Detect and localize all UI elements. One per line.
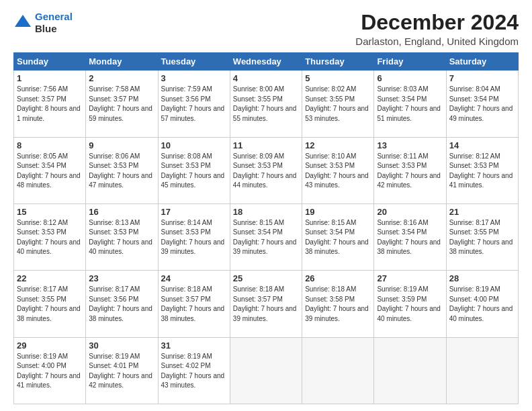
day-cell	[374, 337, 446, 404]
day-number: 24	[161, 273, 227, 283]
day-number: 5	[305, 73, 371, 83]
day-info: Sunrise: 8:19 AMSunset: 4:00 PMDaylight:…	[17, 352, 83, 391]
day-info: Sunrise: 8:12 AMSunset: 3:53 PMDaylight:…	[17, 218, 83, 257]
day-number: 31	[161, 340, 227, 351]
day-number: 18	[233, 207, 299, 217]
day-info: Sunrise: 8:11 AMSunset: 3:53 PMDaylight:…	[377, 152, 443, 191]
day-cell: 24 Sunrise: 8:18 AMSunset: 3:57 PMDaylig…	[158, 271, 230, 337]
day-number: 8	[17, 140, 83, 150]
day-number: 9	[89, 140, 154, 150]
day-cell: 7 Sunrise: 8:04 AMSunset: 3:54 PMDayligh…	[446, 71, 518, 137]
week-row-3: 15 Sunrise: 8:12 AMSunset: 3:53 PMDaylig…	[14, 203, 519, 270]
day-info: Sunrise: 8:14 AMSunset: 3:53 PMDaylight:…	[161, 218, 227, 257]
day-cell: 11 Sunrise: 8:09 AMSunset: 3:53 PMDaylig…	[230, 137, 302, 203]
day-cell: 19 Sunrise: 8:15 AMSunset: 3:54 PMDaylig…	[302, 203, 374, 270]
day-number: 1	[17, 73, 83, 83]
day-info: Sunrise: 8:17 AMSunset: 3:55 PMDaylight:…	[449, 218, 515, 257]
svg-rect-1	[20, 23, 26, 27]
day-number: 16	[89, 207, 154, 217]
day-cell: 2 Sunrise: 7:58 AMSunset: 3:57 PMDayligh…	[86, 71, 158, 137]
day-number: 6	[377, 73, 443, 83]
day-info: Sunrise: 8:12 AMSunset: 3:53 PMDaylight:…	[449, 152, 515, 191]
day-info: Sunrise: 8:19 AMSunset: 4:01 PMDaylight:…	[89, 352, 154, 391]
day-cell: 28 Sunrise: 8:19 AMSunset: 4:00 PMDaylig…	[446, 271, 518, 337]
day-cell: 14 Sunrise: 8:12 AMSunset: 3:53 PMDaylig…	[446, 137, 518, 203]
day-number: 14	[449, 140, 515, 150]
subtitle: Darlaston, England, United Kingdom	[355, 36, 519, 47]
day-cell: 1 Sunrise: 7:56 AMSunset: 3:57 PMDayligh…	[14, 71, 86, 137]
day-info: Sunrise: 8:04 AMSunset: 3:54 PMDaylight:…	[449, 85, 515, 124]
col-header-thursday: Thursday	[302, 53, 374, 71]
day-number: 12	[305, 140, 371, 150]
day-info: Sunrise: 8:15 AMSunset: 3:54 PMDaylight:…	[233, 218, 299, 257]
day-number: 17	[161, 207, 227, 217]
day-cell: 6 Sunrise: 8:03 AMSunset: 3:54 PMDayligh…	[374, 71, 446, 137]
day-number: 21	[449, 207, 515, 217]
col-header-saturday: Saturday	[446, 53, 518, 71]
day-info: Sunrise: 7:59 AMSunset: 3:56 PMDaylight:…	[161, 85, 227, 124]
day-cell: 3 Sunrise: 7:59 AMSunset: 3:56 PMDayligh…	[158, 71, 230, 137]
week-row-4: 22 Sunrise: 8:17 AMSunset: 3:55 PMDaylig…	[14, 271, 519, 337]
day-cell: 30 Sunrise: 8:19 AMSunset: 4:01 PMDaylig…	[86, 337, 158, 404]
day-cell: 21 Sunrise: 8:17 AMSunset: 3:55 PMDaylig…	[446, 203, 518, 270]
week-row-2: 8 Sunrise: 8:05 AMSunset: 3:54 PMDayligh…	[14, 137, 519, 203]
day-cell: 31 Sunrise: 8:19 AMSunset: 4:02 PMDaylig…	[158, 337, 230, 404]
day-number: 26	[305, 273, 371, 283]
day-number: 25	[233, 273, 299, 283]
day-cell: 20 Sunrise: 8:16 AMSunset: 3:54 PMDaylig…	[374, 203, 446, 270]
day-info: Sunrise: 7:58 AMSunset: 3:57 PMDaylight:…	[89, 85, 154, 124]
day-cell: 8 Sunrise: 8:05 AMSunset: 3:54 PMDayligh…	[14, 137, 86, 203]
day-number: 30	[89, 340, 154, 351]
day-number: 11	[233, 140, 299, 150]
header: General Blue December 2024 Darlaston, En…	[13, 11, 519, 47]
day-number: 7	[449, 73, 515, 83]
day-info: Sunrise: 8:13 AMSunset: 3:53 PMDaylight:…	[89, 218, 154, 257]
day-cell: 29 Sunrise: 8:19 AMSunset: 4:00 PMDaylig…	[14, 337, 86, 404]
day-cell: 12 Sunrise: 8:10 AMSunset: 3:53 PMDaylig…	[302, 137, 374, 203]
day-info: Sunrise: 8:19 AMSunset: 4:02 PMDaylight:…	[161, 352, 227, 391]
title-block: December 2024 Darlaston, England, United…	[355, 11, 519, 47]
day-number: 29	[17, 340, 83, 351]
day-info: Sunrise: 8:19 AMSunset: 3:59 PMDaylight:…	[377, 285, 443, 324]
day-cell: 16 Sunrise: 8:13 AMSunset: 3:53 PMDaylig…	[86, 203, 158, 270]
day-number: 27	[377, 273, 443, 283]
day-info: Sunrise: 8:18 AMSunset: 3:58 PMDaylight:…	[305, 285, 371, 324]
day-cell: 23 Sunrise: 8:17 AMSunset: 3:56 PMDaylig…	[86, 271, 158, 337]
day-info: Sunrise: 8:19 AMSunset: 4:00 PMDaylight:…	[449, 285, 515, 324]
col-header-friday: Friday	[374, 53, 446, 71]
day-cell: 17 Sunrise: 8:14 AMSunset: 3:53 PMDaylig…	[158, 203, 230, 270]
day-info: Sunrise: 8:15 AMSunset: 3:54 PMDaylight:…	[305, 218, 371, 257]
day-cell: 26 Sunrise: 8:18 AMSunset: 3:58 PMDaylig…	[302, 271, 374, 337]
week-row-5: 29 Sunrise: 8:19 AMSunset: 4:00 PMDaylig…	[14, 337, 519, 404]
day-number: 20	[377, 207, 443, 217]
day-number: 3	[161, 73, 227, 83]
day-cell: 18 Sunrise: 8:15 AMSunset: 3:54 PMDaylig…	[230, 203, 302, 270]
day-cell: 22 Sunrise: 8:17 AMSunset: 3:55 PMDaylig…	[14, 271, 86, 337]
day-cell	[446, 337, 518, 404]
day-cell: 25 Sunrise: 8:18 AMSunset: 3:57 PMDaylig…	[230, 271, 302, 337]
day-cell	[302, 337, 374, 404]
day-number: 4	[233, 73, 299, 83]
col-header-tuesday: Tuesday	[158, 53, 230, 71]
page: General Blue December 2024 Darlaston, En…	[0, 0, 532, 411]
day-number: 28	[449, 273, 515, 283]
day-number: 15	[17, 207, 83, 217]
day-info: Sunrise: 8:08 AMSunset: 3:53 PMDaylight:…	[161, 152, 227, 191]
day-number: 13	[377, 140, 443, 150]
day-cell: 10 Sunrise: 8:08 AMSunset: 3:53 PMDaylig…	[158, 137, 230, 203]
day-cell: 15 Sunrise: 8:12 AMSunset: 3:53 PMDaylig…	[14, 203, 86, 270]
week-row-1: 1 Sunrise: 7:56 AMSunset: 3:57 PMDayligh…	[14, 71, 519, 137]
day-info: Sunrise: 8:10 AMSunset: 3:53 PMDaylight:…	[305, 152, 371, 191]
day-number: 22	[17, 273, 83, 283]
day-cell	[230, 337, 302, 404]
day-info: Sunrise: 7:56 AMSunset: 3:57 PMDaylight:…	[17, 85, 83, 124]
day-cell: 27 Sunrise: 8:19 AMSunset: 3:59 PMDaylig…	[374, 271, 446, 337]
calendar-table: SundayMondayTuesdayWednesdayThursdayFrid…	[13, 52, 519, 404]
day-cell: 13 Sunrise: 8:11 AMSunset: 3:53 PMDaylig…	[374, 137, 446, 203]
day-info: Sunrise: 8:05 AMSunset: 3:54 PMDaylight:…	[17, 152, 83, 191]
logo: General Blue	[13, 11, 73, 35]
day-info: Sunrise: 8:18 AMSunset: 3:57 PMDaylight:…	[233, 285, 299, 324]
day-info: Sunrise: 8:09 AMSunset: 3:53 PMDaylight:…	[233, 152, 299, 191]
day-cell: 9 Sunrise: 8:06 AMSunset: 3:53 PMDayligh…	[86, 137, 158, 203]
day-number: 10	[161, 140, 227, 150]
